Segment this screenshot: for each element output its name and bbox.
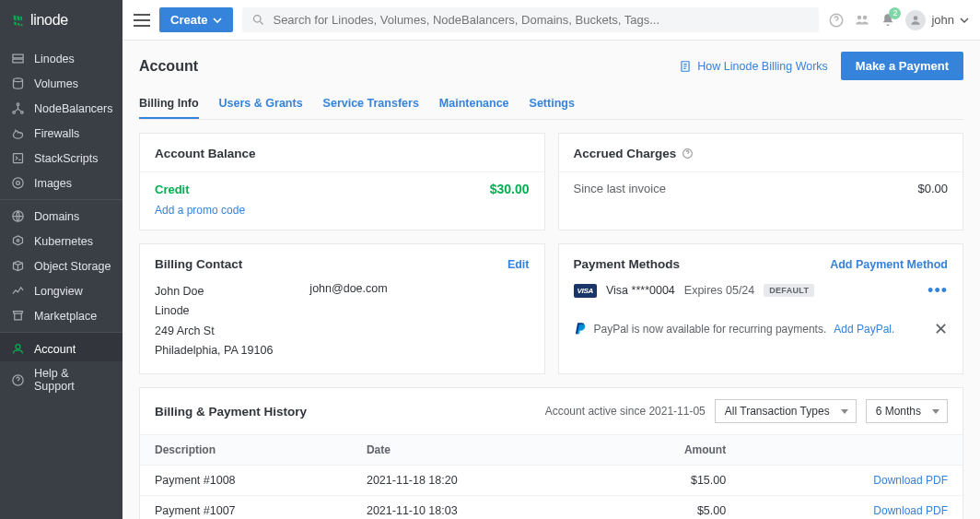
col-description: Description <box>140 435 352 466</box>
search-input[interactable] <box>273 13 810 27</box>
history-title: Billing & Payment History <box>155 405 536 419</box>
sidebar-item-volumes[interactable]: Volumes <box>0 71 122 96</box>
sidebar-item-firewalls[interactable]: Firewalls <box>0 121 122 146</box>
edit-contact-link[interactable]: Edit <box>508 258 530 271</box>
card-number: Visa ****0004 <box>606 284 675 297</box>
kubernetes-icon <box>11 234 25 248</box>
filter-range-select[interactable]: 6 Months <box>866 399 948 423</box>
table-row: Payment #10072021-11-10 18:03$5.00Downlo… <box>140 496 962 520</box>
logo[interactable]: linode <box>0 0 122 41</box>
contact-citystate: Philadelphia, PA 19106 <box>155 341 273 360</box>
linodes-icon <box>11 52 25 65</box>
svg-point-5 <box>21 112 24 114</box>
svg-point-16 <box>863 15 868 19</box>
tab-maintenance[interactable]: Maintenance <box>439 89 509 119</box>
help-support-icon <box>11 373 25 387</box>
username: john <box>931 13 954 27</box>
searchbar[interactable] <box>242 7 819 32</box>
svg-point-11 <box>16 345 20 349</box>
contact-title: Billing Contact <box>155 257 242 271</box>
billing-contact-card: Billing Contact Edit John Doe Linode 249… <box>139 243 545 374</box>
menu-toggle-icon[interactable] <box>134 14 150 27</box>
sidebar-item-images[interactable]: Images <box>0 171 122 195</box>
images-icon <box>11 176 25 190</box>
svg-point-10 <box>17 240 19 242</box>
svg-rect-1 <box>13 59 23 63</box>
nav: LinodesVolumesNodeBalancersFirewallsStac… <box>0 41 122 398</box>
credit-label: Credit <box>155 183 190 196</box>
stackscripts-icon <box>11 151 25 165</box>
sidebar-item-nodebalancers[interactable]: NodeBalancers <box>0 96 122 121</box>
contact-company: Linode <box>155 301 273 321</box>
payment-actions-icon[interactable]: ••• <box>928 282 948 299</box>
tab-billing-info[interactable]: Billing Info <box>139 89 199 119</box>
col-amount: Amount <box>583 435 763 466</box>
svg-rect-0 <box>13 54 23 58</box>
svg-point-17 <box>914 16 918 20</box>
object-storage-icon <box>11 259 25 273</box>
tab-service-transfers[interactable]: Service Transfers <box>323 89 419 119</box>
svg-point-13 <box>254 16 262 23</box>
create-label: Create <box>170 13 207 27</box>
sidebar-item-linodes[interactable]: Linodes <box>0 46 122 71</box>
col-date: Date <box>352 435 583 466</box>
firewalls-icon <box>11 126 25 140</box>
filter-type-select[interactable]: All Transaction Types <box>715 399 857 423</box>
add-paypal-link[interactable]: Add PayPal. <box>834 323 894 336</box>
svg-point-2 <box>14 78 23 82</box>
linode-logo-icon <box>11 14 25 28</box>
community-icon[interactable] <box>854 12 870 29</box>
create-button[interactable]: Create <box>159 7 233 32</box>
payment-methods-card: Payment Methods Add Payment Method VISA … <box>558 243 964 374</box>
cell-date: 2021-11-18 18:20 <box>352 466 583 496</box>
sidebar-item-longview[interactable]: Longview <box>0 278 122 303</box>
sidebar-item-help-support[interactable]: Help & Support <box>0 361 122 398</box>
add-promo-link[interactable]: Add a promo code <box>155 204 245 217</box>
nodebalancers-icon <box>11 101 25 115</box>
history-since: Account active since 2021-11-05 <box>545 405 706 418</box>
sidebar-item-object-storage[interactable]: Object Storage <box>0 254 122 278</box>
logo-text: linode <box>30 12 68 29</box>
paypal-icon <box>574 322 587 336</box>
paypal-banner: PayPal is now available for recurring pa… <box>574 312 949 337</box>
svg-point-15 <box>858 15 862 19</box>
help-icon[interactable] <box>828 12 845 29</box>
topbar: Create 2 john <box>122 0 980 41</box>
tab-settings[interactable]: Settings <box>530 89 575 119</box>
cell-description: Payment #1007 <box>140 496 352 520</box>
avatar-icon <box>905 10 926 30</box>
cell-amount: $5.00 <box>583 496 763 520</box>
sidebar-item-domains[interactable]: Domains <box>0 199 122 229</box>
download-pdf-link[interactable]: Download PDF <box>873 474 948 487</box>
cell-description: Payment #1008 <box>140 466 352 496</box>
notifications-icon[interactable]: 2 <box>880 12 896 29</box>
account-icon <box>11 342 25 356</box>
notifications-badge: 2 <box>889 7 901 19</box>
document-icon <box>679 60 692 73</box>
search-icon <box>251 13 265 27</box>
domains-icon <box>11 209 25 223</box>
sidebar-item-account[interactable]: Account <box>0 332 122 361</box>
card-expires: Expires 05/24 <box>684 284 754 297</box>
chevron-down-icon <box>960 16 969 25</box>
default-chip: DEFAULT <box>764 284 814 297</box>
contact-street: 249 Arch St <box>155 322 273 341</box>
close-icon[interactable]: ✕ <box>934 321 948 337</box>
history-card: Billing & Payment History Account active… <box>139 387 963 519</box>
docs-link[interactable]: How Linode Billing Works <box>679 60 828 73</box>
longview-icon <box>11 284 25 298</box>
info-icon[interactable] <box>682 147 694 159</box>
sidebar-item-stackscripts[interactable]: StackScripts <box>0 146 122 171</box>
make-payment-button[interactable]: Make a Payment <box>841 52 963 80</box>
svg-point-8 <box>17 182 20 185</box>
user-menu[interactable]: john <box>905 10 969 30</box>
page-title: Account <box>139 58 198 75</box>
sidebar-item-kubernetes[interactable]: Kubernetes <box>0 229 122 254</box>
tabs: Billing InfoUsers & GrantsService Transf… <box>139 89 963 120</box>
download-pdf-link[interactable]: Download PDF <box>873 504 948 517</box>
sidebar-item-marketplace[interactable]: Marketplace <box>0 303 122 328</box>
tab-users-grants[interactable]: Users & Grants <box>219 89 303 119</box>
svg-point-4 <box>13 112 16 114</box>
add-payment-method-link[interactable]: Add Payment Method <box>830 258 948 271</box>
accrued-label: Since last invoice <box>574 182 666 195</box>
